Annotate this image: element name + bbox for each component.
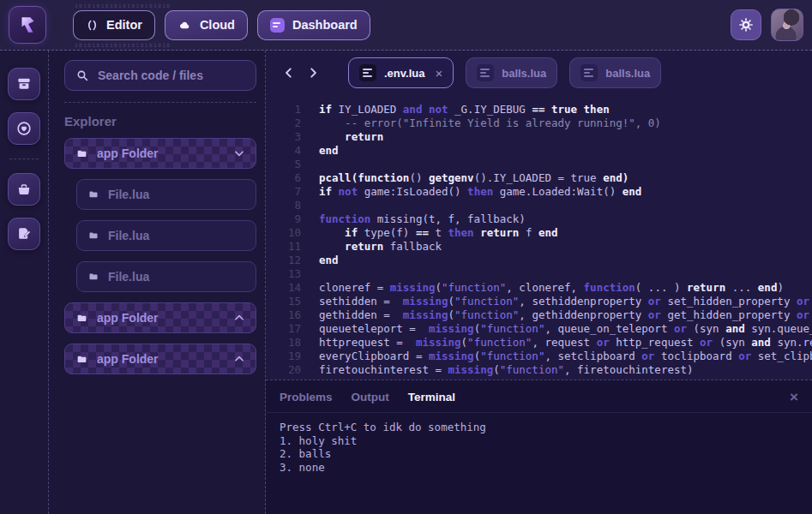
- code-editor[interactable]: 1if IY_LOADED and not _G.IY_DEBUG == tru…: [266, 95, 812, 380]
- code-line: 16gethidden = missing("function", gethid…: [266, 308, 812, 322]
- line-number: 20: [266, 363, 301, 377]
- chevron-right-icon: [307, 67, 319, 79]
- code-line: 13: [266, 267, 812, 281]
- code-line: 8: [266, 199, 812, 212]
- editor-tab-label: balls.lua: [605, 67, 650, 80]
- code-line: 9function missing(t, f, fallback): [266, 212, 812, 226]
- nav-tab-cloud[interactable]: Cloud: [165, 10, 248, 40]
- code-line-content: gethidden = missing("function", gethidde…: [301, 308, 812, 322]
- top-bar: 1010101010101010101010 10101010101010101…: [0, 0, 812, 51]
- activity-rail: [0, 51, 49, 514]
- line-number: 1: [266, 103, 301, 117]
- tree-file-row[interactable]: File.lua: [76, 261, 256, 292]
- app-logo[interactable]: [9, 6, 46, 44]
- code-line-content: end: [301, 144, 339, 158]
- panel-tab-terminal[interactable]: Terminal: [408, 391, 455, 403]
- nav-tab-label: Editor: [106, 18, 142, 32]
- settings-button[interactable]: [731, 9, 761, 40]
- avatar[interactable]: [771, 9, 803, 41]
- line-number: 7: [266, 185, 301, 199]
- tree-file-row[interactable]: File.lua: [76, 220, 256, 251]
- tab-close-icon[interactable]: ×: [435, 67, 442, 80]
- line-number: 10: [266, 226, 301, 240]
- line-number: 9: [266, 212, 301, 226]
- rail-item-assets[interactable]: [8, 68, 40, 100]
- line-number: 4: [266, 144, 301, 158]
- tree-item-label: app Folder: [97, 311, 159, 325]
- tree-item-label: app Folder: [97, 352, 159, 366]
- code-line-content: if type(f) == t then return f end: [301, 226, 558, 240]
- tree-folder-row[interactable]: app Folder: [64, 344, 256, 374]
- code-line-content: [301, 267, 319, 281]
- code-line-content: [301, 158, 319, 171]
- line-number: 13: [266, 267, 301, 281]
- code-line: 6pcall(function() getgenv().IY_LOADED = …: [266, 171, 812, 185]
- file-icon: [359, 64, 376, 81]
- panel-tab-output[interactable]: Output: [352, 391, 389, 403]
- nav-tab-label: Dashboard: [292, 18, 358, 32]
- code-line-content: return fallback: [301, 240, 442, 254]
- logo-icon: [16, 14, 39, 36]
- binary-texture: 1010101010101010101010: [75, 3, 171, 9]
- code-line: 2 -- error("Infinite Yield is already ru…: [266, 117, 812, 130]
- search-input[interactable]: [98, 69, 245, 82]
- code-line-content: httprequest = missing("function", reques…: [301, 336, 812, 350]
- nav-tab-label: Cloud: [200, 18, 235, 32]
- code-line: 17queueteleport = missing("function", qu…: [266, 322, 812, 336]
- nav-forward-button[interactable]: [304, 63, 322, 82]
- folder-icon: [75, 313, 88, 324]
- folder-icon: [75, 354, 88, 365]
- line-number: 6: [266, 171, 301, 185]
- panel-tab-problems[interactable]: Problems: [280, 391, 333, 403]
- code-line-content: queueteleport = missing("function", queu…: [301, 322, 812, 336]
- editor-column: .env.lua×balls.luaballs.lua 1if IY_LOADE…: [266, 51, 812, 514]
- code-icon: [86, 19, 99, 32]
- code-line: 15sethidden = missing("function", sethid…: [266, 295, 812, 308]
- line-number: 18: [266, 336, 301, 350]
- rail-item-community[interactable]: [8, 112, 40, 145]
- tree-file-row[interactable]: File.lua: [76, 179, 256, 210]
- editor-tab-bar: .env.lua×balls.luaballs.lua: [266, 51, 812, 95]
- gear-icon: [737, 16, 755, 33]
- code-line-content: firetouchinterest = missing("function", …: [301, 363, 694, 377]
- file-icon: [87, 230, 99, 241]
- code-line: 10 if type(f) == t then return f end: [266, 226, 812, 240]
- code-line: 1if IY_LOADED and not _G.IY_DEBUG == tru…: [266, 103, 812, 117]
- explorer-title: Explorer: [64, 114, 256, 128]
- code-line-content: end: [301, 254, 339, 267]
- code-line-content: [301, 199, 319, 212]
- tree-folder-row[interactable]: app Folder: [64, 302, 256, 333]
- dashboard-icon: [270, 18, 285, 33]
- search-icon: [75, 69, 89, 82]
- editor-tabs: .env.lua×balls.luaballs.lua: [348, 57, 661, 88]
- code-line: 3 return: [266, 130, 812, 144]
- code-line: 19everyClipboard = missing("function", s…: [266, 350, 812, 363]
- panel-close-icon[interactable]: ×: [790, 390, 798, 404]
- nav-tab-dashboard[interactable]: Dashboard: [257, 10, 370, 40]
- line-number: 17: [266, 322, 301, 336]
- code-line: 20firetouchinterest = missing("function"…: [266, 363, 812, 377]
- editor-tab[interactable]: balls.lua: [466, 57, 557, 88]
- code-line: 14cloneref = missing("function", clonere…: [266, 281, 812, 295]
- rail-item-projects[interactable]: [8, 173, 40, 206]
- tree-item-label: File.lua: [108, 188, 149, 201]
- file-tree: app FolderFile.luaFile.luaFile.luaapp Fo…: [64, 138, 256, 374]
- file-icon: [580, 64, 598, 81]
- code-line-content: if not game:IsLoaded() then game.Loaded:…: [301, 185, 641, 199]
- nav-tab-editor[interactable]: Editor: [73, 10, 155, 40]
- nav-back-button[interactable]: [280, 63, 298, 82]
- code-line-content: everyClipboard = missing("function", set…: [301, 350, 812, 363]
- rail-divider: [9, 158, 39, 159]
- code-line-content: if IY_LOADED and not _G.IY_DEBUG == true…: [301, 103, 610, 117]
- editor-tab[interactable]: .env.lua×: [348, 57, 454, 88]
- terminal-output[interactable]: Press Ctrl+C to idk do something1. holy …: [266, 413, 812, 481]
- rail-item-scripts[interactable]: [8, 218, 40, 250]
- code-line: 4end: [266, 144, 812, 158]
- tree-folder-row[interactable]: app Folder: [64, 138, 256, 169]
- search-box: [64, 60, 256, 91]
- line-number: 8: [266, 199, 301, 212]
- editor-tab[interactable]: balls.lua: [569, 57, 661, 88]
- code-line-content: return: [301, 130, 383, 144]
- terminal-line: Press Ctrl+C to idk do something: [280, 421, 798, 434]
- file-icon: [87, 189, 99, 200]
